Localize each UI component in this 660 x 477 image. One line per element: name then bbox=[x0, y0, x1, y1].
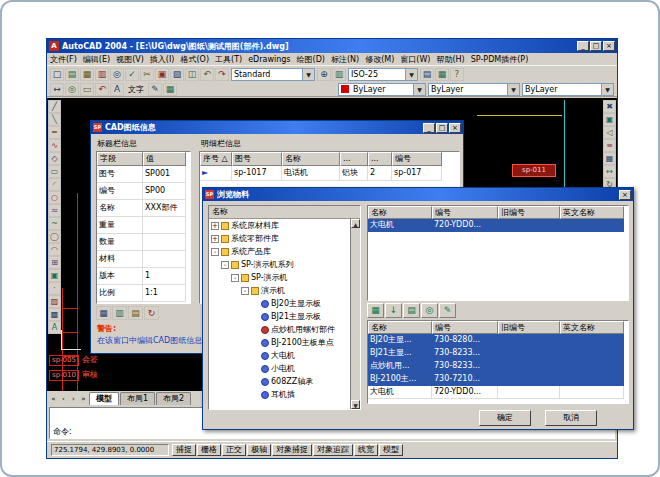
layout-tab[interactable]: 模型 bbox=[89, 392, 119, 405]
field-row[interactable]: 图号 SP001 bbox=[97, 166, 190, 183]
dim-style-combo[interactable]: ISO-25 ▼ bbox=[348, 68, 418, 81]
design-center-icon[interactable]: ▦ bbox=[435, 68, 449, 81]
table-icon[interactable]: ▦ bbox=[163, 83, 177, 96]
tree-item[interactable]: BJ21主显示板 bbox=[209, 310, 360, 323]
next-tab-icon[interactable]: › bbox=[69, 393, 78, 405]
scroll-down-icon[interactable]: ▼ bbox=[351, 400, 360, 409]
redo-icon[interactable]: ↷ bbox=[215, 68, 229, 81]
mtext-icon[interactable]: A bbox=[48, 321, 61, 334]
zoom-window-icon[interactable]: ▭ bbox=[80, 83, 94, 96]
new-material-icon[interactable]: ▤ bbox=[403, 303, 420, 318]
properties-icon[interactable]: ▤ bbox=[420, 68, 434, 81]
material-list-icon[interactable]: ▦ bbox=[367, 303, 384, 318]
insert-block-icon[interactable]: ⊞ bbox=[48, 256, 61, 269]
match-properties-icon[interactable]: ◫ bbox=[185, 68, 199, 81]
paste-icon[interactable]: ▧ bbox=[170, 68, 184, 81]
undo-icon[interactable]: ↶ bbox=[200, 68, 214, 81]
close-button[interactable]: × bbox=[603, 41, 615, 51]
offset-icon[interactable]: ≡ bbox=[603, 139, 616, 152]
search-icon[interactable]: ◎ bbox=[421, 303, 438, 318]
arc-icon[interactable]: ◜ bbox=[48, 178, 61, 191]
table-row[interactable]: BJ-2100主... 730-7210... bbox=[368, 373, 628, 386]
zoom-realtime-icon[interactable]: ◎ bbox=[65, 83, 79, 96]
table-row[interactable]: BJ20主显... 730-8280... bbox=[368, 334, 628, 347]
detail-row[interactable]: ► sp-1017 电话机 铝块 2 sp-017 bbox=[200, 166, 459, 181]
tree-item[interactable]: 小电机 bbox=[209, 362, 360, 375]
menu-item[interactable]: eDrawings bbox=[245, 55, 293, 64]
menu-item[interactable]: 绘图(D) bbox=[294, 54, 328, 65]
chevron-down-icon[interactable]: ▼ bbox=[413, 84, 425, 95]
table-row[interactable]: 大电机 720-YDD0... bbox=[368, 219, 628, 232]
polygon-icon[interactable]: ◇ bbox=[48, 152, 61, 165]
tree-expand-icon[interactable]: - bbox=[221, 261, 229, 269]
tree-item[interactable]: - 演示机 bbox=[209, 284, 360, 297]
layout-tab[interactable]: 布局1 bbox=[120, 392, 155, 405]
toolbar-style-combo[interactable]: Standard ▼ bbox=[231, 68, 315, 81]
field-row[interactable]: 比例 1:1 bbox=[97, 285, 190, 302]
refresh-icon[interactable]: ↻ bbox=[144, 306, 159, 320]
open-icon[interactable]: ▤ bbox=[65, 68, 79, 81]
field-row[interactable]: 编号 SP00 bbox=[97, 183, 190, 200]
array-icon[interactable]: ▦ bbox=[603, 152, 616, 165]
zoom-previous-icon[interactable]: ↶ bbox=[95, 83, 109, 96]
insert-hyperlink-icon[interactable]: ⊕ bbox=[317, 68, 331, 81]
column-header[interactable]: 编号 bbox=[392, 152, 442, 166]
new-icon[interactable]: □ bbox=[50, 68, 64, 81]
table-row[interactable]: BJ21主显... 730-8233... bbox=[368, 347, 628, 360]
column-header[interactable]: 英文名称 bbox=[560, 206, 624, 219]
layout-tab[interactable]: 布局2 bbox=[156, 392, 191, 405]
lineweight-combo[interactable]: ByLayer ▼ bbox=[522, 83, 614, 96]
polyline-icon[interactable]: ∿ bbox=[48, 139, 61, 152]
tree-item[interactable]: - SP-演示机系列 bbox=[209, 258, 360, 271]
scroll-up-icon[interactable]: ▲ bbox=[351, 219, 360, 228]
help-icon[interactable]: ? bbox=[450, 68, 464, 81]
mtext-icon[interactable]: ✎ bbox=[148, 83, 162, 96]
field-row[interactable]: 数量 bbox=[97, 234, 190, 251]
multiline-icon[interactable]: ═ bbox=[48, 126, 61, 139]
rectangle-icon[interactable]: ▭ bbox=[48, 165, 61, 178]
column-header[interactable]: 序号 △ bbox=[200, 152, 232, 166]
copy-object-icon[interactable]: ▣ bbox=[603, 113, 616, 126]
status-toggle-button[interactable]: 对象追踪 bbox=[313, 444, 353, 456]
chevron-down-icon[interactable]: ▼ bbox=[507, 84, 519, 95]
make-block-icon[interactable]: ▣ bbox=[48, 269, 61, 282]
status-toggle-button[interactable]: 线宽 bbox=[354, 444, 378, 456]
column-header[interactable]: 名称 bbox=[368, 206, 432, 219]
tree-item[interactable]: + 系统原材料库 bbox=[209, 219, 360, 232]
status-toggle-button[interactable]: 捕捉 bbox=[172, 444, 196, 456]
tree-expand-icon[interactable]: + bbox=[211, 222, 219, 230]
menu-item[interactable]: 修改(M) bbox=[362, 54, 397, 65]
grid-view-icon[interactable]: ▦ bbox=[96, 306, 111, 320]
menu-item[interactable]: SP-PDM插件(P) bbox=[468, 54, 532, 65]
menu-item[interactable]: 文件(F) bbox=[47, 54, 80, 65]
ok-button[interactable]: 确定 bbox=[479, 410, 531, 426]
cut-icon[interactable]: ✂ bbox=[140, 68, 154, 81]
copy-icon[interactable]: ▣ bbox=[155, 68, 169, 81]
tree-item[interactable]: 608ZZ轴承 bbox=[209, 375, 360, 388]
tree-item[interactable]: - SP-演示机 bbox=[209, 271, 360, 284]
save-icon[interactable]: ▦ bbox=[80, 68, 94, 81]
chevron-down-icon[interactable]: ▼ bbox=[302, 69, 314, 80]
dialog-maximize-button[interactable]: □ bbox=[436, 123, 448, 133]
tree-item[interactable]: 耳机插 bbox=[209, 388, 360, 401]
coordinate-display[interactable]: 725.1794, 429.8903, 0.0000 bbox=[51, 444, 169, 456]
ellipse-arc-icon[interactable]: ◠ bbox=[48, 243, 61, 256]
tree-item[interactable]: BJ-2100主板单点 bbox=[209, 336, 360, 349]
menu-item[interactable]: 标注(N) bbox=[328, 54, 362, 65]
column-header[interactable]: 旧编号 bbox=[498, 206, 560, 219]
status-toggle-button[interactable]: 对象捕捉 bbox=[272, 444, 312, 456]
pan-icon[interactable]: ↔ bbox=[50, 83, 64, 96]
chevron-down-icon[interactable]: ▼ bbox=[601, 84, 613, 95]
text-style-icon[interactable]: A bbox=[110, 83, 124, 96]
prev-tab-icon[interactable]: ‹ bbox=[59, 393, 68, 405]
status-toggle-button[interactable]: 极轴 bbox=[247, 444, 271, 456]
column-header[interactable]: 旧编号 bbox=[498, 321, 560, 334]
point-icon[interactable]: · bbox=[48, 282, 61, 295]
spline-icon[interactable]: ~ bbox=[48, 217, 61, 230]
column-header[interactable]: 字段 bbox=[97, 152, 143, 166]
table-row[interactable]: 大电机 720-YDD0... bbox=[368, 386, 628, 399]
tree-expand-icon[interactable]: - bbox=[231, 274, 239, 282]
tree-item[interactable]: BJ20主显示板 bbox=[209, 297, 360, 310]
field-row[interactable]: 版本 1 bbox=[97, 268, 190, 285]
mirror-icon[interactable]: ◁ bbox=[603, 126, 616, 139]
